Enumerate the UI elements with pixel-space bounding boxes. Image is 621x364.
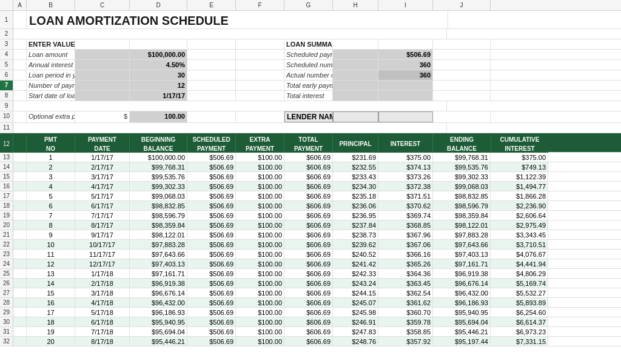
cell-row2 xyxy=(13,29,447,39)
cell-pmt-8: 9 xyxy=(27,230,75,239)
row-10: 10 Optional extra payments $ 100.00 LEND… xyxy=(0,111,621,123)
cell-date-15: 4/17/18 xyxy=(75,298,130,307)
rownum-10: 10 xyxy=(0,111,13,122)
rownum-18: 18 xyxy=(0,201,13,210)
cell-interest-1: $374.13 xyxy=(378,162,433,171)
cell-interest-3: $372.38 xyxy=(378,182,433,191)
cell-a1 xyxy=(13,11,27,28)
row-8: 8 Start date of loan 1/17/17 Total inter… xyxy=(0,91,621,101)
cell-total-14: $606.69 xyxy=(284,288,333,297)
cell-beg-10: $97,643.66 xyxy=(130,250,187,259)
table-row: 21 9 9/17/17 $98,122.01 $506.69 $100.00 … xyxy=(0,230,621,240)
cell-total-8: $606.69 xyxy=(284,230,333,239)
table-row: 22 10 10/17/17 $97,883.28 $506.69 $100.0… xyxy=(0,240,621,250)
cell-end-bal-9: $97,643.66 xyxy=(433,240,491,249)
cell-beg-13: $96,919.38 xyxy=(130,279,187,288)
cell-pmt-0: 1 xyxy=(27,153,75,162)
row-7: 7 Number of payments per year 12 Total e… xyxy=(0,81,621,91)
cell-total-1: $606.69 xyxy=(284,162,333,171)
cell-total-9: $606.69 xyxy=(284,240,333,249)
cell-sched-4: $506.69 xyxy=(187,191,236,200)
cell-f3 xyxy=(236,39,284,49)
cell-date-0: 1/17/17 xyxy=(75,153,130,162)
cell-a-10 xyxy=(13,250,27,259)
cell-c3 xyxy=(75,39,130,49)
cell-principal-18: $247.83 xyxy=(333,327,378,336)
cell-beg-19: $95,446.21 xyxy=(130,337,187,346)
cell-interest-14: $362.54 xyxy=(378,288,433,297)
row-6: 6 Loan period in years 30 Actual number … xyxy=(0,70,621,81)
cell-sched-15: $506.69 xyxy=(187,298,236,307)
rownum-30: 30 xyxy=(0,317,13,326)
cell-principal-3: $234.30 xyxy=(333,182,378,191)
cell-f7 xyxy=(236,81,284,90)
cell-beg-15: $96,432.00 xyxy=(130,298,187,307)
total-interest-label: Total interest xyxy=(284,91,333,101)
cell-f4 xyxy=(236,50,284,59)
cell-i3 xyxy=(378,39,433,49)
cell-a-12 xyxy=(13,269,27,278)
start-value[interactable]: 1/17/17 xyxy=(130,91,187,101)
cell-a12 xyxy=(13,134,27,154)
period-label: Loan period in years xyxy=(27,70,75,80)
cell-date-3: 4/17/17 xyxy=(75,182,130,191)
interest-value[interactable]: 4.50% xyxy=(130,60,187,70)
col-header-d: D xyxy=(130,0,187,10)
cell-pmt-2: 3 xyxy=(27,172,75,181)
cell-total-16: $606.69 xyxy=(284,308,333,317)
table-row: 24 12 12/17/17 $97,403.13 $506.69 $100.0… xyxy=(0,259,621,269)
extra-value[interactable]: 100.00 xyxy=(130,111,187,122)
loan-amount-value[interactable]: $100,000.00 xyxy=(130,50,187,59)
cell-a-13 xyxy=(13,279,27,288)
cell-row11 xyxy=(13,123,447,133)
cell-sched-16: $506.69 xyxy=(187,308,236,317)
cell-sched-17: $506.69 xyxy=(187,317,236,326)
cell-beg-4: $99,068.03 xyxy=(130,191,187,200)
cell-beg-0: $100,000.00 xyxy=(130,153,187,162)
table-row: 18 6 6/17/17 $98,832.85 $506.69 $100.00 … xyxy=(0,201,621,211)
cell-end-bal-4: $98,832.85 xyxy=(433,191,491,200)
rownum-11: 11 xyxy=(0,123,13,133)
cell-extra-16: $100.00 xyxy=(236,308,284,317)
rownum-17: 17 xyxy=(0,191,13,200)
spreadsheet: A B C D E F G H I J 1 LOAN AMORTIZATION … xyxy=(0,0,621,364)
rownum-15: 15 xyxy=(0,172,13,181)
cell-cum-int-17: $6,614.37 xyxy=(491,317,548,326)
cell-a-11 xyxy=(13,259,27,268)
cell-interest-15: $361.62 xyxy=(378,298,433,307)
cell-a8 xyxy=(13,91,27,101)
cell-e5 xyxy=(187,60,236,70)
rownum-23: 23 xyxy=(0,250,13,259)
period-value[interactable]: 30 xyxy=(130,70,187,80)
rownum-9: 9 xyxy=(0,101,13,111)
cell-end-bal-11: $97,161.71 xyxy=(433,259,491,268)
cell-principal-7: $237.84 xyxy=(333,220,378,230)
cell-extra-12: $100.00 xyxy=(236,269,284,278)
cell-end-bal-7: $98,122.01 xyxy=(433,220,491,230)
cell-date-10: 11/17/17 xyxy=(75,250,130,259)
cell-beg-3: $99,302.33 xyxy=(130,182,187,191)
cell-date-6: 7/17/17 xyxy=(75,211,130,220)
cell-a10 xyxy=(13,111,27,122)
header-total-payment: TOTALPAYMENT xyxy=(284,134,333,154)
rownum-29: 29 xyxy=(0,308,13,317)
cell-a-2 xyxy=(13,172,27,181)
enter-values-header: ENTER VALUES xyxy=(27,39,75,49)
cell-h5 xyxy=(333,60,378,70)
cell-interest-17: $359.78 xyxy=(378,317,433,326)
cell-beg-7: $98,359.84 xyxy=(130,220,187,230)
cell-total-18: $606.69 xyxy=(284,327,333,336)
cell-a-19 xyxy=(13,337,27,346)
lender-name[interactable]: LENDER NAME xyxy=(284,111,333,122)
cell-h10 xyxy=(333,111,378,122)
cell-cum-int-10: $4,076.67 xyxy=(491,250,548,259)
cell-sched-12: $506.69 xyxy=(187,269,236,278)
payments-value[interactable]: 12 xyxy=(130,81,187,90)
cell-end-bal-15: $96,186.93 xyxy=(433,298,491,307)
data-rows-container: 13 1 1/17/17 $100,000.00 $506.69 $100.00… xyxy=(0,153,621,346)
cell-c8 xyxy=(75,91,130,101)
cell-i10 xyxy=(378,111,433,122)
rownum-32: 32 xyxy=(0,337,13,346)
cell-date-4: 5/17/17 xyxy=(75,191,130,200)
cell-interest-10: $366.16 xyxy=(378,250,433,259)
